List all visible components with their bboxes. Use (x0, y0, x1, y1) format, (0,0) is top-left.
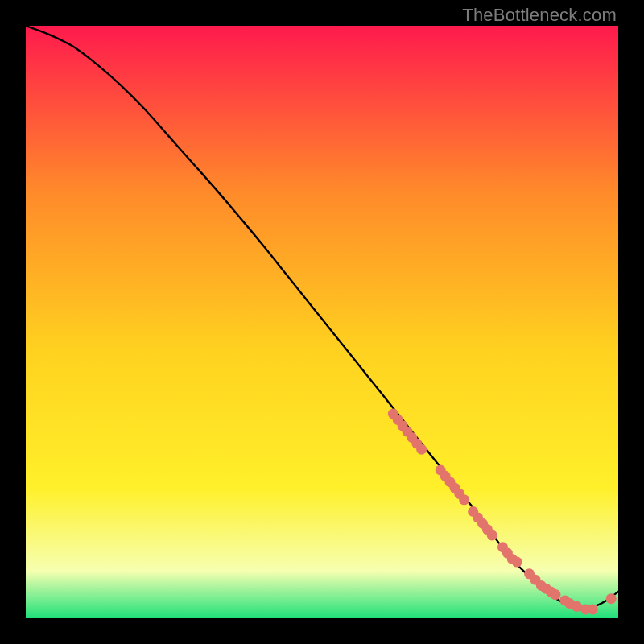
chart-plot-area (26, 26, 618, 618)
highlight-dot (416, 444, 427, 455)
highlight-dot (487, 530, 497, 540)
highlight-dot (588, 604, 598, 614)
highlight-dot (606, 593, 617, 604)
watermark-text: TheBottleneck.com (462, 5, 617, 26)
chart-stage: TheBottleneck.com (0, 0, 644, 644)
highlight-dot (550, 589, 560, 600)
gradient-background (26, 26, 618, 618)
chart-svg (26, 26, 618, 618)
highlight-dot (459, 494, 469, 505)
highlight-dot (572, 601, 582, 612)
highlight-dot (512, 557, 522, 568)
